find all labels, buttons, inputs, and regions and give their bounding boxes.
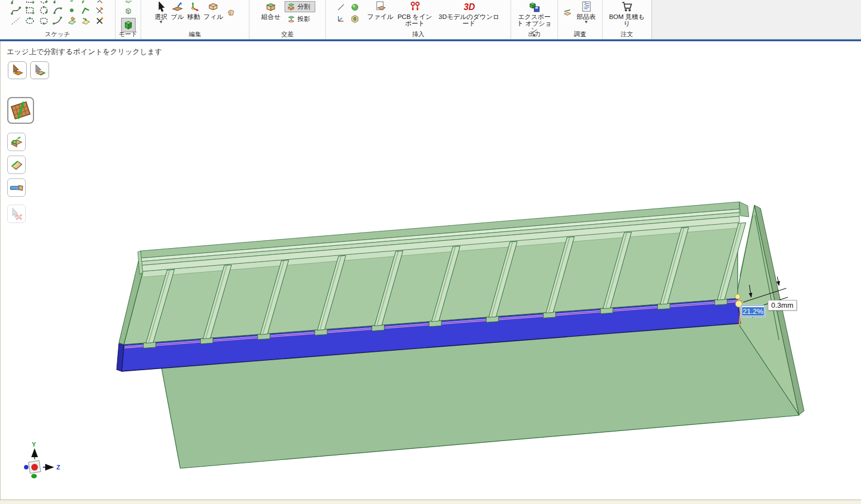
percent-input[interactable]: 21.2% — [741, 306, 765, 317]
ribbon-toolbar: スケッチモード選択▼プル移動フィル編集組合せ分割投影交差ファイルPCB をインポ… — [0, 0, 861, 41]
download-3d-model-button[interactable]: 3D3Dモデルのダウンロード — [435, 1, 504, 27]
sketch-tool-polygon-sketch-icon[interactable] — [39, 5, 49, 16]
sketch-tool-point-icon[interactable] — [66, 5, 77, 16]
section-mode-button[interactable] — [123, 6, 134, 17]
wire-cube-icon — [124, 7, 133, 16]
blob-icon — [227, 8, 235, 17]
sketch-line-tool-icon[interactable] — [336, 3, 345, 12]
combine-button[interactable]: 組合せ — [259, 1, 282, 20]
group-label-output: 出力 — [511, 30, 557, 38]
sketch-tool-ellipse-icon[interactable] — [25, 16, 35, 26]
3d-model-scene[interactable]: YZ — [0, 0, 861, 504]
sketch-tool-rect-sketch-icon[interactable] — [25, 5, 35, 16]
dimension-label: 0.3mm — [768, 300, 797, 311]
saw-cut-button[interactable] — [7, 178, 26, 197]
saw-icon — [9, 181, 24, 195]
download-3d-model-label: 3Dモデルのダウンロード — [436, 13, 502, 27]
project-label: 投影 — [297, 15, 310, 23]
import-pcb-label: PCB をインポート — [397, 13, 433, 27]
shield-cube-tool-icon[interactable] — [350, 14, 359, 23]
sketch-tool-polyline-icon[interactable] — [80, 5, 91, 16]
pull-icon — [171, 1, 184, 13]
trim-icon — [94, 1, 105, 5]
select-caret-icon: ▼ — [159, 20, 163, 24]
ribbon-group-mode: モード — [116, 0, 141, 39]
move-button[interactable]: 移動 — [186, 1, 202, 20]
split-button[interactable]: 分割 — [285, 1, 315, 12]
ribbon-group-order: BOM 見積もり注文 — [603, 0, 652, 39]
pcb-icon — [409, 1, 421, 13]
split-part-icon — [9, 135, 24, 149]
move-label: 移動 — [187, 13, 200, 20]
ribbon-group-output: エクスポート オプション▼出力 — [511, 0, 558, 39]
sketch-tool-trim-icon[interactable] — [94, 5, 105, 16]
polygon-sketch-icon — [39, 1, 49, 5]
axes-tool-icon[interactable] — [336, 14, 345, 23]
fill-button[interactable]: フィル — [202, 1, 225, 20]
blend-button[interactable] — [225, 8, 237, 17]
sketch-tool-arc-sketch-icon[interactable] — [52, 5, 63, 16]
cart-icon — [621, 1, 633, 13]
ribbon-group-intersect: 組合せ分割投影交差 — [249, 0, 326, 39]
split-board-icon — [10, 100, 31, 121]
project-button[interactable]: 投影 — [285, 13, 315, 25]
bom-quote-label: BOM 見積もり — [607, 13, 648, 27]
group-label-inspect: 調査 — [558, 30, 602, 38]
threed-icon: 3D — [463, 1, 475, 13]
cancel-x-icon — [9, 207, 24, 221]
fill-icon — [207, 1, 219, 13]
select-split-face-guide-button[interactable] — [8, 61, 27, 79]
split-icon — [287, 2, 296, 11]
polyline-icon — [80, 1, 91, 5]
import-pcb-button[interactable]: PCB をインポート — [396, 1, 435, 27]
group-label-sketch: スケッチ — [0, 30, 115, 38]
point-icon — [66, 1, 77, 5]
group-label-intersect: 交差 — [249, 30, 325, 38]
insert-file-button[interactable]: ファイル — [365, 1, 396, 20]
split-all-faces-button[interactable] — [7, 97, 34, 124]
triad-y-label: Y — [32, 441, 36, 448]
split-solid-button[interactable] — [7, 133, 26, 151]
split-label: 分割 — [297, 3, 310, 11]
group-label-edit: 編集 — [141, 30, 249, 38]
file-icon — [374, 1, 387, 13]
sketch-tool-rounded-rect-icon[interactable] — [39, 16, 49, 26]
select-split-edge-guide-button[interactable] — [30, 61, 49, 79]
select-button[interactable]: 選択▼ — [153, 1, 169, 24]
status-prompt: エッジ上で分割するポイントをクリックします — [7, 47, 162, 57]
fill-label: フィル — [204, 13, 223, 20]
pull-label: プル — [171, 13, 184, 20]
svg-text:2: 2 — [584, 2, 586, 6]
sketch-tool-spline-icon[interactable] — [11, 5, 21, 16]
combine-label: 組合せ — [261, 13, 281, 20]
combine-icon — [265, 1, 277, 13]
measure-button[interactable] — [561, 8, 574, 17]
sphere-tool-icon[interactable] — [350, 3, 359, 12]
export-icon — [528, 1, 541, 13]
sketch-tool-construction-line-icon[interactable] — [11, 16, 21, 26]
model-lip-right-end[interactable] — [739, 202, 749, 217]
ribbon-group-sketch: スケッチ — [0, 0, 116, 39]
percent-value: 21.2% — [742, 307, 764, 316]
bom-table-caret-icon: ▼ — [584, 20, 589, 24]
guide-edge-icon — [32, 64, 47, 77]
ribbon-accent-line — [0, 39, 861, 41]
sketch-tool-plane-arrow-icon[interactable] — [80, 16, 91, 26]
sketch-tool-delete-sketch-icon[interactable] — [94, 16, 105, 26]
sketch-tool-tangent-arc-icon[interactable] — [52, 16, 63, 26]
bom-quote-button[interactable]: BOM 見積もり — [605, 1, 650, 27]
cancel-split-button — [7, 205, 26, 223]
triad-z-label: Z — [56, 464, 60, 471]
bom-table-button[interactable]: 2部品表▼ — [574, 1, 599, 24]
sketch-tool-sketch-plane-icon[interactable] — [66, 16, 77, 26]
rect-sketch-icon — [25, 1, 35, 5]
pull-button[interactable]: プル — [169, 1, 186, 20]
group-label-order: 注文 — [603, 30, 651, 38]
insert-file-label: ファイル — [367, 13, 394, 20]
split-with-plane-button[interactable] — [7, 156, 26, 174]
sketch-plane-icon — [124, 1, 133, 4]
arc-sketch-icon — [52, 1, 63, 5]
ribbon-group-insert: ファイルPCB をインポート3D3Dモデルのダウンロード挿入 — [326, 0, 511, 39]
group-label-mode: モード — [116, 30, 141, 38]
bom-table-icon: 2 — [580, 1, 593, 13]
